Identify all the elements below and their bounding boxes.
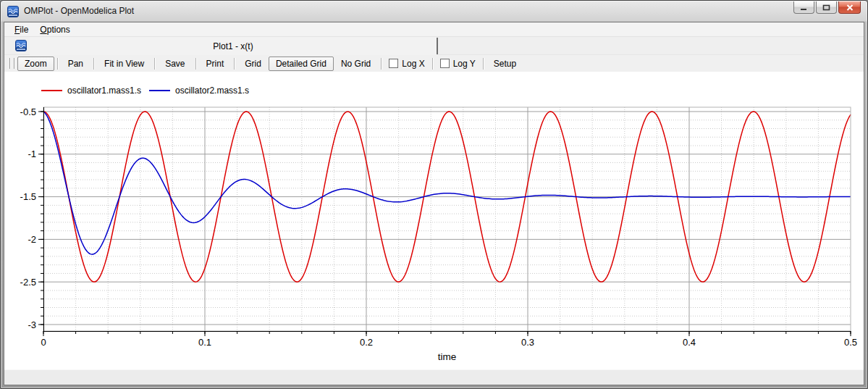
grid-button[interactable]: Grid bbox=[237, 57, 269, 71]
toolbar-separator bbox=[195, 58, 196, 70]
log-x-checkbox-label: Log X bbox=[402, 59, 424, 69]
tab-separator bbox=[437, 38, 438, 54]
close-button[interactable] bbox=[838, 1, 861, 14]
y-tick-label: -0.5 bbox=[20, 106, 36, 117]
y-tick-label: -2 bbox=[28, 234, 36, 245]
window-controls bbox=[792, 1, 861, 14]
toolbar-separator bbox=[93, 58, 94, 70]
tab-plot1[interactable]: Plot1 - x(t) bbox=[30, 37, 437, 55]
y-tick-label: -1 bbox=[28, 149, 36, 159]
toolbar: ZoomPanFit in ViewSavePrintGridDetailed … bbox=[4, 55, 864, 72]
menu-item-options[interactable]: Options bbox=[34, 23, 75, 36]
toolbar-separator bbox=[483, 58, 484, 70]
x-tick-label: 0.4 bbox=[683, 337, 696, 348]
title-bar[interactable]: OMPlot - OpenModelica Plot bbox=[1, 1, 867, 22]
toolbar-separator bbox=[234, 58, 235, 70]
legend-label: oscillator1.mass1.s bbox=[67, 85, 141, 96]
omplot-tab-logo-icon bbox=[15, 40, 27, 51]
minimize-button[interactable] bbox=[793, 1, 814, 14]
x-tick-label: 0 bbox=[41, 337, 46, 348]
x-tick-label: 0.3 bbox=[521, 337, 534, 348]
log-x-checkbox[interactable]: Log X bbox=[384, 57, 429, 70]
legend-item-oscillator1-mass1-s: oscillator1.mass1.s bbox=[41, 85, 141, 96]
setup-button[interactable]: Setup bbox=[486, 57, 523, 71]
legend-item-oscillator2-mass1-s: oscillator2.mass1.s bbox=[149, 85, 249, 96]
log-y-checkbox[interactable]: Log Y bbox=[436, 57, 480, 70]
pan-button[interactable]: Pan bbox=[61, 57, 90, 71]
toolbar-separator bbox=[57, 58, 58, 70]
omplot-logo-icon bbox=[7, 6, 19, 17]
x-tick-label: 0.5 bbox=[844, 337, 857, 348]
plot-widget: 00.10.20.30.40.5-0.5-1-1.5-2-2.5-3time o… bbox=[4, 72, 864, 369]
toolbar-separator bbox=[154, 58, 155, 70]
detailed-grid-button[interactable]: Detailed Grid bbox=[269, 57, 334, 71]
plot-area[interactable]: 00.10.20.30.40.5-0.5-1-1.5-2-2.5-3time bbox=[4, 72, 864, 369]
y-tick-label: -2.5 bbox=[20, 277, 36, 288]
log-y-checkbox-label: Log Y bbox=[453, 59, 476, 69]
plot-legend: oscillator1.mass1.soscillator2.mass1.s bbox=[41, 85, 249, 96]
menu-bar: FileOptions bbox=[4, 22, 864, 37]
save-button[interactable]: Save bbox=[158, 57, 192, 71]
menu-item-file[interactable]: File bbox=[9, 23, 34, 36]
x-axis-title: time bbox=[438, 351, 457, 362]
plot-canvas[interactable] bbox=[43, 107, 851, 331]
zoom-button[interactable]: Zoom bbox=[17, 57, 54, 71]
legend-line-swatch bbox=[149, 90, 170, 91]
y-tick-label: -3 bbox=[28, 319, 36, 330]
maximize-icon bbox=[822, 4, 830, 11]
maximize-button[interactable] bbox=[816, 1, 837, 14]
no-grid-button[interactable]: No Grid bbox=[334, 57, 378, 71]
x-tick-label: 0.2 bbox=[360, 337, 373, 348]
legend-line-swatch bbox=[41, 90, 62, 91]
log-x-checkbox-box[interactable] bbox=[389, 59, 398, 68]
window-title: OMPlot - OpenModelica Plot bbox=[24, 6, 134, 16]
window-content: FileOptions Plot1 - x(t) ZoomPanFit in V… bbox=[4, 22, 864, 385]
log-y-checkbox-box[interactable] bbox=[440, 59, 450, 68]
close-icon bbox=[846, 4, 854, 11]
status-strip bbox=[4, 369, 864, 385]
tab-bar: Plot1 - x(t) bbox=[4, 37, 864, 55]
minimize-icon bbox=[800, 4, 808, 11]
y-tick-label: -1.5 bbox=[20, 191, 36, 202]
omplot-window: OMPlot - OpenModelica Plot FileOptions bbox=[0, 0, 868, 389]
legend-label: oscillator2.mass1.s bbox=[175, 85, 249, 96]
fit-in-view-button[interactable]: Fit in View bbox=[97, 57, 151, 71]
toolbar-separator bbox=[432, 58, 433, 70]
x-tick-label: 0.1 bbox=[198, 337, 211, 348]
print-button[interactable]: Print bbox=[199, 57, 232, 71]
toolbar-drag-handle[interactable] bbox=[9, 58, 14, 69]
toolbar-separator bbox=[381, 58, 382, 70]
tab-label: Plot1 - x(t) bbox=[213, 41, 253, 51]
